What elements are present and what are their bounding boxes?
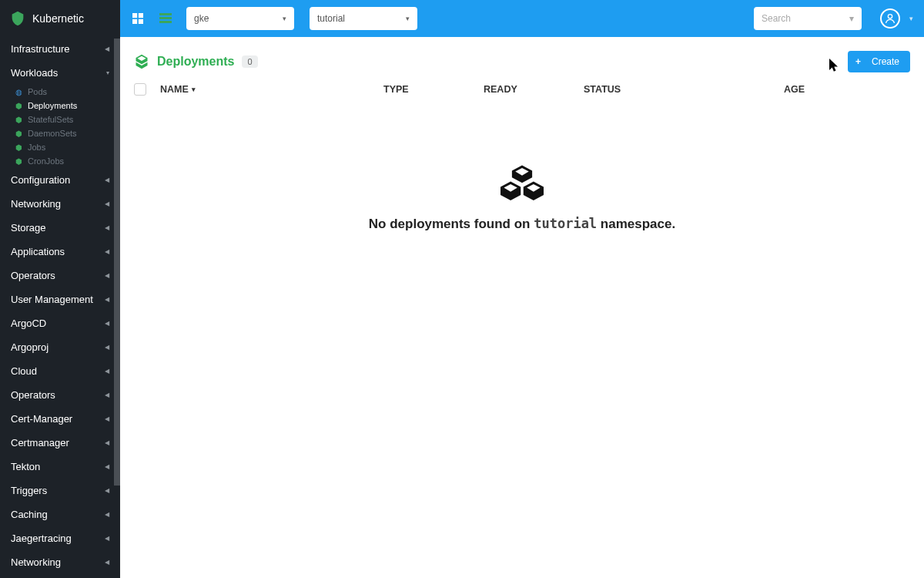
sidebar-section-cert-manager[interactable]: Cert-Manager◀ [0, 407, 120, 431]
grid-icon: ⬢ [14, 129, 23, 138]
namespace-select-value: tutorial [317, 13, 345, 24]
column-header-status[interactable]: STATUS [584, 84, 784, 95]
sidebar-section-certmanager[interactable]: Certmanager◀ [0, 431, 120, 455]
create-button[interactable]: + Create [848, 51, 910, 72]
sidebar-section-label: User Management [11, 294, 93, 305]
cube-icon: ◍ [14, 87, 23, 96]
list-icon[interactable] [159, 12, 172, 25]
sidebar-item-label: DaemonSets [28, 129, 77, 138]
select-all-checkbox[interactable] [134, 83, 146, 96]
sidebar-section-networking[interactable]: Networking◀ [0, 192, 120, 216]
caret-left-icon: ◀ [105, 487, 109, 494]
sidebar-section-label: Applications [11, 246, 65, 257]
caret-left-icon: ◀ [105, 368, 109, 375]
sidebar-item-deployments[interactable]: ⬢ Deployments [0, 99, 120, 113]
sidebar-scrollbar[interactable] [114, 39, 120, 486]
sidebar-section-triggers[interactable]: Triggers◀ [0, 479, 120, 502]
sidebar-section-argoproj[interactable]: Argoproj◀ [0, 335, 120, 359]
dashboard-icon[interactable] [131, 12, 145, 25]
caret-left-icon: ◀ [105, 200, 109, 207]
sidebar-section-operators[interactable]: Operators◀ [0, 264, 120, 287]
sidebar-section-configuration[interactable]: Configuration◀ [0, 168, 120, 192]
column-header-name[interactable]: NAME ▾ [160, 84, 383, 95]
job-icon: ⬢ [14, 143, 23, 152]
caret-left-icon: ◀ [105, 296, 109, 303]
brand-name: Kubernetic [32, 12, 84, 25]
sidebar-section-jaegertracing[interactable]: Jaegertracing◀ [0, 526, 120, 550]
column-header-age[interactable]: AGE [784, 84, 845, 95]
sidebar-section-operators-2[interactable]: Operators◀ [0, 383, 120, 407]
sidebar-section-infrastructure[interactable]: Infrastructure ◀ [0, 37, 120, 61]
sidebar-section-label: Triggers [11, 485, 47, 496]
column-header-ready[interactable]: READY [484, 84, 584, 95]
caret-left-icon: ◀ [105, 463, 109, 470]
sidebar-section-label: Infrastructure [11, 43, 70, 55]
caret-left-icon: ◀ [105, 176, 109, 183]
cluster-select[interactable]: gke ▾ [186, 7, 294, 30]
sidebar-section-label: Configuration [11, 174, 70, 186]
sidebar: Kubernetic Infrastructure ◀ Workloads ▾ … [0, 0, 120, 578]
caret-left-icon: ◀ [105, 415, 109, 422]
search-input[interactable]: Search ▾ [754, 7, 862, 30]
sidebar-section-label: Networking [11, 198, 61, 210]
sidebar-section-applications[interactable]: Applications◀ [0, 240, 120, 264]
sidebar-section-label: Jaegertracing [11, 533, 72, 544]
deployments-icon [134, 54, 149, 69]
column-header-type[interactable]: TYPE [383, 84, 484, 95]
sidebar-item-label: Pods [28, 87, 47, 96]
sidebar-item-daemonsets[interactable]: ⬢ DaemonSets [0, 126, 120, 140]
empty-state-text: No deployments found on tutorial namespa… [120, 216, 924, 232]
sidebar-section-label: Workloads [11, 67, 58, 79]
sidebar-section-label: Networking [11, 556, 61, 568]
sidebar-section-label: Argoproj [11, 341, 49, 353]
sidebar-item-label: CronJobs [28, 156, 64, 166]
chevron-down-icon: ▾ [849, 13, 854, 24]
user-menu[interactable] [880, 8, 900, 29]
svg-rect-1 [139, 13, 143, 18]
sidebar-section-tekton[interactable]: Tekton◀ [0, 455, 120, 479]
page-header: Deployments 0 + Create [120, 37, 924, 80]
count-badge: 0 [242, 55, 257, 68]
caret-left-icon: ◀ [105, 248, 109, 255]
svg-rect-0 [132, 13, 137, 18]
sidebar-item-statefulsets[interactable]: ⬢ StatefulSets [0, 113, 120, 126]
sidebar-section-user-management[interactable]: User Management◀ [0, 287, 120, 311]
caret-left-icon: ◀ [105, 344, 109, 351]
sidebar-section-label: Certmanager [11, 437, 69, 449]
namespace-select[interactable]: tutorial ▾ [310, 7, 417, 30]
sidebar-section-networking-2[interactable]: Networking◀ [0, 550, 120, 574]
clock-icon: ⬢ [14, 156, 23, 166]
caret-left-icon: ◀ [105, 45, 109, 52]
sidebar-section-label: Operators [11, 389, 55, 401]
caret-left-icon: ◀ [105, 439, 109, 446]
svg-rect-5 [159, 17, 172, 19]
table-header: NAME ▾ TYPE READY STATUS AGE [120, 80, 924, 103]
plus-icon: + [855, 56, 861, 67]
chevron-down-icon[interactable]: ▾ [909, 15, 913, 22]
empty-state: No deployments found on tutorial namespa… [120, 165, 924, 232]
sidebar-item-jobs[interactable]: ⬢ Jobs [0, 140, 120, 154]
svg-rect-4 [159, 13, 172, 15]
main-content: Deployments 0 + Create NAME ▾ TYPE READY… [120, 37, 924, 578]
chevron-down-icon: ▾ [283, 15, 286, 22]
sidebar-section-label: Storage [11, 222, 46, 234]
sidebar-section-workloads[interactable]: Workloads ▾ [0, 61, 120, 85]
caret-left-icon: ◀ [105, 391, 109, 398]
sidebar-section-label: Cert-Manager [11, 413, 72, 425]
page-title: Deployments [157, 55, 234, 69]
caret-left-icon: ◀ [105, 535, 109, 542]
sidebar-section-storage[interactable]: Storage◀ [0, 216, 120, 240]
create-button-label: Create [872, 56, 899, 67]
sidebar-item-label: Jobs [28, 143, 45, 152]
sidebar-item-cronjobs[interactable]: ⬢ CronJobs [0, 154, 120, 168]
sidebar-section-cloud[interactable]: Cloud◀ [0, 359, 120, 383]
svg-rect-2 [132, 19, 137, 24]
sidebar-item-pods[interactable]: ◍ Pods [0, 85, 120, 99]
caret-left-icon: ◀ [105, 559, 109, 566]
svg-rect-6 [159, 21, 172, 23]
sort-desc-icon: ▾ [192, 86, 196, 93]
sidebar-section-argocd[interactable]: ArgoCD◀ [0, 311, 120, 335]
sidebar-section-label: Tekton [11, 461, 40, 472]
caret-left-icon: ◀ [105, 224, 109, 231]
sidebar-section-caching[interactable]: Caching◀ [0, 502, 120, 526]
